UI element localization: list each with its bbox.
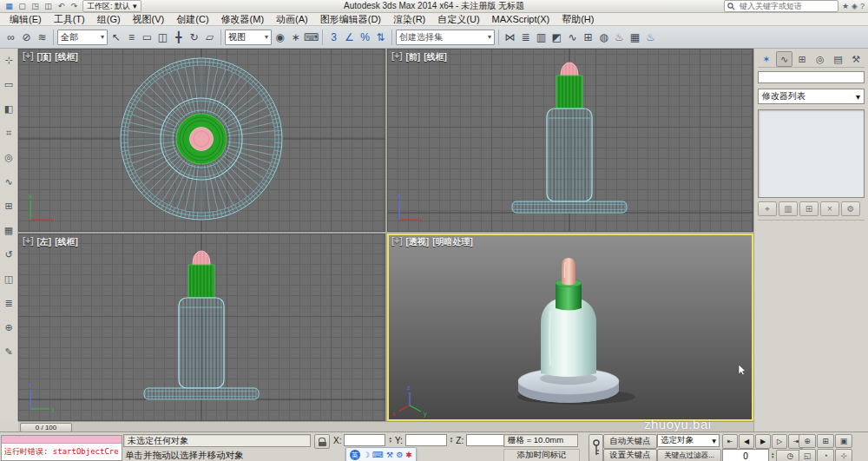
side-tool-icon[interactable]: ◫	[2, 273, 16, 286]
utilities-tab[interactable]: ⚒	[847, 51, 865, 67]
zoom-icon[interactable]: ⊕	[799, 434, 816, 448]
select-and-scale-icon[interactable]: ▱	[202, 30, 217, 45]
select-and-link-icon[interactable]: ∞	[3, 30, 18, 45]
side-tool-icon[interactable]: ▦	[2, 224, 16, 237]
menu-item[interactable]: 视图(V)	[127, 13, 171, 26]
menu-item[interactable]: 修改器(M)	[215, 13, 271, 26]
angle-snap-icon[interactable]: ∠	[342, 30, 357, 45]
viewport-general-menu[interactable]: [+]	[391, 236, 403, 248]
side-tool-icon[interactable]: ✎	[2, 346, 16, 359]
next-frame-icon[interactable]: ▷	[772, 434, 787, 449]
menu-item[interactable]: 渲染(R)	[387, 13, 431, 26]
viewport-pov-menu[interactable]: [前]	[406, 51, 421, 63]
render-production-icon[interactable]: ♨	[643, 30, 658, 45]
infocenter-search[interactable]	[724, 0, 838, 12]
viewport-pov-menu[interactable]: [透视]	[406, 236, 430, 248]
viewport-left[interactable]: [+] [左] [线框]	[18, 234, 385, 421]
favorites-icon[interactable]: ★	[842, 2, 849, 10]
align-icon[interactable]: ≣	[518, 30, 533, 45]
ime-language-icon[interactable]: 英	[350, 450, 360, 460]
lock-selection-toggle[interactable]	[314, 434, 330, 449]
spinner-icon[interactable]: ▲▼	[450, 437, 453, 445]
ime-settings-icon[interactable]: ⚙	[396, 451, 403, 459]
key-mode-dropdown[interactable]: 选定对象 ▾	[657, 434, 720, 447]
viewport-top[interactable]: [+] [顶] [线框]	[18, 49, 385, 232]
viewport-shading-menu[interactable]: [线框]	[55, 51, 78, 63]
ime-toolbox-icon[interactable]: ⚒	[386, 451, 393, 459]
viewport-general-menu[interactable]: [+]	[391, 51, 403, 63]
ime-shape-icon[interactable]: ☽	[363, 451, 370, 459]
fov-icon[interactable]: ◔	[817, 449, 834, 461]
material-editor-icon[interactable]: ◍	[596, 30, 611, 45]
viewport-pov-menu[interactable]: [左]	[37, 236, 52, 248]
object-name-field[interactable]	[758, 71, 865, 83]
select-by-name-icon[interactable]: ≡	[124, 30, 139, 45]
maxscript-mini-listener[interactable]: 运行时错误: startObjectCre	[1, 435, 122, 461]
menu-item[interactable]: 组(G)	[91, 13, 127, 26]
select-and-manipulate-icon[interactable]: ∗	[288, 30, 303, 45]
menu-item[interactable]: 动画(A)	[270, 13, 314, 26]
viewport-front[interactable]: [+] [前] [线框]	[387, 49, 753, 232]
pin-stack-icon[interactable]: ⌖	[758, 201, 777, 216]
app-menu-icon[interactable]: ▦	[3, 1, 15, 11]
z-coordinate-field[interactable]	[466, 434, 508, 446]
menu-item[interactable]: 创建(C)	[170, 13, 214, 26]
show-end-result-icon[interactable]: ▥	[779, 201, 798, 216]
side-tool-icon[interactable]: ⌗	[2, 127, 16, 140]
snap-toggle-3d-icon[interactable]: 3	[326, 30, 341, 45]
percent-snap-icon[interactable]: %	[358, 30, 372, 45]
undo-icon[interactable]: ↶	[56, 1, 67, 11]
selection-filter-dropdown[interactable]: 全部 ▾	[57, 30, 108, 45]
go-to-start-icon[interactable]: ⇤	[722, 434, 738, 449]
viewport-pov-menu[interactable]: [顶]	[37, 51, 52, 63]
zoom-extents-icon[interactable]: ▣	[835, 434, 852, 448]
spinner-icon[interactable]: ▲▼	[771, 452, 774, 460]
side-tool-icon[interactable]: ◎	[2, 151, 16, 164]
viewport-general-menu[interactable]: [+]	[23, 51, 34, 63]
side-tool-icon[interactable]: ∿	[2, 175, 16, 188]
macro-recorder-line[interactable]	[2, 436, 122, 444]
viewport-perspective[interactable]: [+] [透视] [明暗处理]	[387, 234, 753, 421]
side-tool-icon[interactable]: ⊹	[2, 54, 16, 67]
pan-icon[interactable]: ⊹	[835, 449, 852, 461]
key-filters-button[interactable]: 关键点过滤器...	[657, 449, 721, 461]
display-tab[interactable]: ▤	[830, 51, 847, 67]
y-coordinate-field[interactable]	[405, 434, 447, 446]
side-tool-icon[interactable]: ≣	[2, 297, 16, 310]
menu-item[interactable]: 自定义(U)	[431, 13, 485, 26]
use-pivot-center-icon[interactable]: ◉	[273, 30, 287, 45]
unlink-selection-icon[interactable]: ⊘	[19, 30, 34, 45]
search-input[interactable]	[738, 1, 835, 11]
layer-manager-icon[interactable]: ▥	[534, 30, 549, 45]
auto-key-button[interactable]: 自动关键点	[603, 434, 657, 449]
spinner-snap-icon[interactable]: ⇅	[373, 30, 388, 45]
set-keys-button[interactable]	[589, 434, 603, 461]
modifier-list-dropdown[interactable]: 修改器列表 ▾	[758, 89, 865, 104]
graphite-ribbon-icon[interactable]: ◩	[549, 30, 564, 45]
reference-coordinate-dropdown[interactable]: 视图 ▾	[225, 30, 272, 45]
rendered-frame-icon[interactable]: ▦	[628, 30, 642, 45]
modify-tab[interactable]: ∿	[776, 51, 793, 67]
render-setup-icon[interactable]: ♨	[612, 30, 627, 45]
previous-frame-icon[interactable]: ◀	[739, 434, 754, 449]
zoom-extents-all-icon[interactable]: ◱	[799, 449, 816, 461]
hierarchy-tab[interactable]: ⊞	[793, 51, 811, 67]
new-scene-icon[interactable]: ▢	[16, 1, 28, 11]
x-coordinate-field[interactable]	[344, 434, 385, 446]
communication-center-icon[interactable]: ◈	[852, 2, 858, 10]
side-tool-icon[interactable]: ⊞	[2, 200, 16, 213]
motion-tab[interactable]: ◎	[812, 51, 829, 67]
curve-editor-icon[interactable]: ∿	[565, 30, 580, 45]
add-time-tag-button[interactable]: 添加时间标记	[503, 449, 580, 461]
current-frame-field[interactable]	[722, 449, 769, 461]
save-file-icon[interactable]: ◫	[43, 1, 54, 11]
schematic-view-icon[interactable]: ⊞	[581, 30, 595, 45]
viewport-shading-menu[interactable]: [线框]	[55, 236, 78, 248]
named-selection-set-field[interactable]: 创建选择集 ▾	[396, 30, 495, 45]
side-tool-icon[interactable]: ◧	[2, 102, 16, 115]
select-object-icon[interactable]: ↖	[108, 30, 123, 45]
menu-item[interactable]: 图形编辑器(D)	[314, 13, 387, 26]
menu-item[interactable]: 工具(T)	[48, 13, 91, 26]
menu-item[interactable]: MAXScript(X)	[486, 13, 556, 26]
menu-item[interactable]: 编辑(E)	[3, 13, 48, 26]
